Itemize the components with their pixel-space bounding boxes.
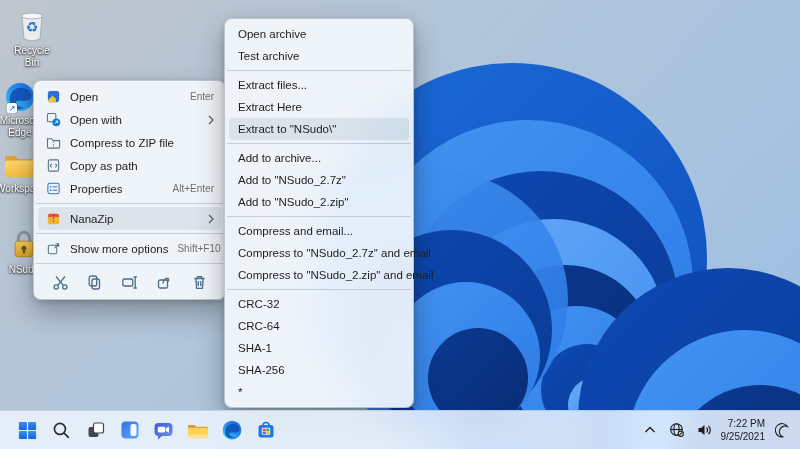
store-icon xyxy=(256,420,276,440)
menu-item[interactable]: Extract files... xyxy=(229,74,409,96)
menu-item-label: Open with xyxy=(70,114,199,126)
desktop-icon-recycle-bin[interactable]: ♻ Recycle Bin xyxy=(6,6,58,68)
menu-item[interactable]: CRC-64 xyxy=(229,315,409,337)
menu-item[interactable]: Extract Here xyxy=(229,96,409,118)
desktop-icon-label: Recycle Bin xyxy=(6,45,58,68)
menu-item[interactable]: Compress to "NSudo_2.7z" and email xyxy=(229,242,409,264)
chevron-right-icon xyxy=(208,214,214,224)
store-button[interactable] xyxy=(252,417,279,444)
menu-item-label: NanaZip xyxy=(70,213,199,225)
network-globe-icon[interactable] xyxy=(667,418,687,442)
clock-date: 9/25/2021 xyxy=(721,430,766,443)
clock-time: 7:22 PM xyxy=(721,417,766,430)
chat-button[interactable] xyxy=(150,417,177,444)
cut-icon[interactable] xyxy=(47,271,73,293)
menu-separator xyxy=(36,233,223,234)
chevron-right-icon xyxy=(208,115,214,125)
open-with-icon xyxy=(45,112,61,128)
recycle-bin-icon: ♻ xyxy=(15,6,49,42)
context-menu: Open Enter Open with Compress to ZIP fil… xyxy=(33,80,226,300)
shortcut-arrow-icon: ↗ xyxy=(7,103,17,113)
edge-button[interactable] xyxy=(218,417,245,444)
start-button[interactable] xyxy=(14,417,41,444)
rename-icon[interactable] xyxy=(117,271,143,293)
menu-item[interactable]: Add to "NSudo_2.7z" xyxy=(229,169,409,191)
menu-item-show-more-options[interactable]: Show more options Shift+F10 xyxy=(38,237,221,260)
copy-path-icon xyxy=(45,158,61,174)
taskbar: 7:22 PM 9/25/2021 xyxy=(0,410,800,449)
menu-item[interactable]: SHA-256 xyxy=(229,359,409,381)
menu-separator xyxy=(227,70,411,71)
tray-chevron-up-icon[interactable] xyxy=(640,418,660,442)
chat-icon xyxy=(153,420,174,441)
menu-item[interactable]: Compress to "NSudo_2.zip" and email xyxy=(229,264,409,286)
menu-separator xyxy=(36,203,223,204)
task-view-icon xyxy=(86,420,106,440)
search-icon xyxy=(52,421,71,440)
menu-separator xyxy=(227,143,411,144)
file-explorer-button[interactable] xyxy=(184,417,211,444)
copy-icon[interactable] xyxy=(82,271,108,293)
nanazip-submenu: Open archive Test archive Extract files.… xyxy=(224,18,414,408)
share-icon[interactable] xyxy=(151,271,177,293)
menu-item-open[interactable]: Open Enter xyxy=(38,85,221,108)
menu-item-copy-as-path[interactable]: Copy as path xyxy=(38,154,221,177)
menu-item-label: Compress to ZIP file xyxy=(70,137,214,149)
menu-item[interactable]: Add to "NSudo_2.zip" xyxy=(229,191,409,213)
nanazip-icon xyxy=(45,211,61,227)
quick-actions-row xyxy=(34,267,225,295)
menu-item-highlighted[interactable]: Extract to "NSudo\" xyxy=(229,118,409,140)
menu-item-label: Open xyxy=(70,91,181,103)
menu-item-shortcut: Shift+F10 xyxy=(177,243,220,254)
menu-item-label: Properties xyxy=(70,183,164,195)
menu-item-shortcut: Alt+Enter xyxy=(173,183,214,194)
menu-separator xyxy=(227,216,411,217)
show-more-icon xyxy=(45,241,61,257)
properties-icon xyxy=(45,181,61,197)
volume-icon[interactable] xyxy=(694,418,714,442)
menu-item-shortcut: Enter xyxy=(190,91,214,102)
focus-assist-moon-icon[interactable] xyxy=(772,418,792,442)
system-tray: 7:22 PM 9/25/2021 xyxy=(640,417,793,443)
windows-desktop: ♻ Recycle Bin ↗ Microsoft Edge Workspace xyxy=(0,0,800,449)
menu-item[interactable]: Add to archive... xyxy=(229,147,409,169)
delete-icon[interactable] xyxy=(186,271,212,293)
menu-item[interactable]: * xyxy=(229,381,409,403)
zip-folder-icon xyxy=(45,135,61,151)
windows-logo-icon xyxy=(17,420,38,441)
menu-separator xyxy=(227,289,411,290)
search-button[interactable] xyxy=(48,417,75,444)
menu-item[interactable]: Test archive xyxy=(229,45,409,67)
menu-item-label: Show more options xyxy=(70,243,168,255)
menu-item-nanazip[interactable]: NanaZip xyxy=(38,207,221,230)
menu-item[interactable]: Open archive xyxy=(229,23,409,45)
task-view-button[interactable] xyxy=(82,417,109,444)
svg-text:♻: ♻ xyxy=(26,19,39,35)
menu-item-compress-zip[interactable]: Compress to ZIP file xyxy=(38,131,221,154)
menu-item[interactable]: Compress and email... xyxy=(229,220,409,242)
taskbar-clock[interactable]: 7:22 PM 9/25/2021 xyxy=(721,417,766,443)
menu-item[interactable]: SHA-1 xyxy=(229,337,409,359)
edge-icon xyxy=(222,420,242,440)
file-explorer-icon xyxy=(187,421,209,440)
menu-item[interactable]: CRC-32 xyxy=(229,293,409,315)
taskbar-buttons xyxy=(14,417,279,444)
menu-item-properties[interactable]: Properties Alt+Enter xyxy=(38,177,221,200)
widgets-icon xyxy=(120,420,140,440)
menu-item-open-with[interactable]: Open with xyxy=(38,108,221,131)
menu-item-label: Copy as path xyxy=(70,160,214,172)
widgets-button[interactable] xyxy=(116,417,143,444)
app-icon xyxy=(45,89,61,105)
menu-separator xyxy=(36,263,223,264)
